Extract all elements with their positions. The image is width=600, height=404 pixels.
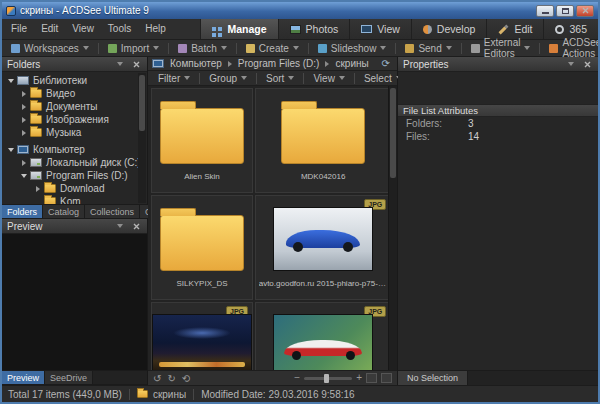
menu-view[interactable]: View bbox=[65, 19, 101, 39]
toolbar-label: Create bbox=[259, 43, 289, 54]
menu-file[interactable]: File bbox=[4, 19, 34, 39]
slideshow-button[interactable]: Slideshow bbox=[313, 41, 392, 56]
tab-develop[interactable]: Develop bbox=[411, 19, 487, 39]
tree-item-computer[interactable]: Компьютер bbox=[2, 143, 147, 156]
zoom-in-button[interactable]: + bbox=[356, 372, 362, 384]
tree-item-kom[interactable]: Kom bbox=[2, 195, 147, 204]
expander-icon[interactable] bbox=[19, 117, 29, 123]
chevron-down-icon bbox=[446, 46, 452, 50]
file-item-red-car[interactable]: JPG bbox=[255, 302, 388, 370]
acdsee-actions-button[interactable]: ACDSee Actions bbox=[544, 41, 600, 56]
panel-close-button[interactable] bbox=[581, 58, 593, 70]
import-button[interactable]: Import bbox=[103, 41, 164, 56]
menu-help[interactable]: Help bbox=[138, 19, 173, 39]
tab-manage[interactable]: Manage bbox=[200, 19, 277, 39]
file-grid-scrollbar[interactable] bbox=[388, 86, 397, 370]
folder-icon bbox=[30, 89, 42, 98]
minimize-button[interactable] bbox=[536, 5, 554, 17]
fullscreen-button[interactable] bbox=[381, 373, 392, 383]
tab-view[interactable]: View bbox=[349, 19, 411, 39]
zoom-out-button[interactable]: − bbox=[294, 372, 300, 384]
tab-folders[interactable]: Folders bbox=[2, 205, 43, 218]
tab-preview[interactable]: Preview bbox=[2, 371, 45, 384]
chevron-down-icon bbox=[153, 46, 159, 50]
rotate-left-button[interactable]: ↺ bbox=[153, 372, 161, 385]
breadcrumb-computer[interactable]: Компьютер bbox=[168, 58, 224, 69]
titlebar: скрины - ACDSee Ultimate 9 bbox=[2, 2, 598, 19]
panel-menu-button[interactable] bbox=[565, 58, 577, 70]
breadcrumb-skriny[interactable]: скрины bbox=[333, 58, 370, 69]
mode-label: View bbox=[377, 23, 400, 35]
close-button[interactable] bbox=[576, 5, 594, 17]
filter-menu[interactable]: Filter bbox=[153, 72, 195, 85]
view-menu[interactable]: View bbox=[308, 72, 350, 85]
maximize-button[interactable] bbox=[556, 5, 574, 17]
view-mode-button[interactable] bbox=[366, 373, 377, 383]
tab-edit[interactable]: Edit bbox=[486, 19, 543, 39]
panel-close-button[interactable] bbox=[130, 58, 142, 70]
property-row-files: Files: 14 bbox=[398, 130, 598, 143]
workspaces-button[interactable]: Workspaces bbox=[6, 41, 94, 56]
panel-menu-button[interactable] bbox=[114, 220, 126, 232]
menu-edit[interactable]: Edit bbox=[34, 19, 65, 39]
zoom-slider-thumb[interactable] bbox=[324, 374, 329, 383]
expander-icon[interactable] bbox=[19, 174, 29, 178]
tree-scrollbar[interactable] bbox=[138, 73, 146, 203]
expander-icon[interactable] bbox=[19, 104, 29, 110]
panel-menu-button[interactable] bbox=[114, 58, 126, 70]
expander-icon[interactable] bbox=[6, 148, 16, 152]
tree-item-libraries[interactable]: Библиотеки bbox=[2, 74, 147, 87]
refresh-button[interactable]: ⟳ bbox=[379, 58, 393, 70]
tree-scrollbar-thumb[interactable] bbox=[139, 75, 145, 131]
send-button[interactable]: Send bbox=[400, 41, 456, 56]
expander-icon[interactable] bbox=[19, 130, 29, 136]
tab-photos[interactable]: Photos bbox=[278, 19, 350, 39]
file-item-mdk042016[interactable]: MDK042016 bbox=[255, 88, 388, 193]
batch-button[interactable]: Batch bbox=[173, 41, 232, 56]
expander-icon[interactable] bbox=[19, 160, 29, 166]
file-grid-scrollbar-thumb[interactable] bbox=[390, 88, 396, 178]
sync-button[interactable]: ⟲ bbox=[182, 372, 190, 385]
thumbnail bbox=[152, 310, 252, 370]
toolbar-separator bbox=[461, 43, 462, 54]
file-item-avto-goodfon[interactable]: JPG avto.goodfon.ru 2015-phiaro-p75-co..… bbox=[255, 195, 388, 300]
filter-label: Filter bbox=[158, 73, 180, 84]
mode-label: Develop bbox=[437, 23, 476, 35]
external-editors-button[interactable]: External Editors bbox=[466, 41, 536, 56]
expander-icon[interactable] bbox=[6, 79, 16, 83]
chevron-down-icon bbox=[184, 76, 190, 80]
tree-item-download[interactable]: Download bbox=[2, 182, 147, 195]
tab-collections[interactable]: Collections bbox=[85, 205, 140, 218]
tree-item-pictures[interactable]: Изображения bbox=[2, 113, 147, 126]
tree-item-program-files-d[interactable]: Program Files (D:) bbox=[2, 169, 147, 182]
expander-icon[interactable] bbox=[33, 186, 43, 192]
tree-item-label: Музыка bbox=[46, 127, 81, 138]
menu-tools[interactable]: Tools bbox=[101, 19, 138, 39]
panel-close-button[interactable] bbox=[130, 220, 142, 232]
tab-catalog[interactable]: Catalog bbox=[43, 205, 85, 218]
zoom-slider[interactable] bbox=[304, 377, 352, 380]
sort-menu[interactable]: Sort bbox=[261, 72, 299, 85]
create-button[interactable]: Create bbox=[241, 41, 304, 56]
tree-item-local-disk-c[interactable]: Локальный диск (C:) bbox=[2, 156, 147, 169]
file-item-alien-skin[interactable]: Alien Skin bbox=[151, 88, 253, 193]
group-menu[interactable]: Group bbox=[204, 72, 252, 85]
tree-item-documents[interactable]: Документы bbox=[2, 100, 147, 113]
tree-item-video[interactable]: Видео bbox=[2, 87, 147, 100]
tab-seedrive[interactable]: SeeDrive bbox=[45, 371, 93, 384]
file-item-silkypix[interactable]: SILKYPIX_DS bbox=[151, 195, 253, 300]
external-editors-icon bbox=[471, 44, 480, 53]
file-item-night-city[interactable]: JPG bbox=[151, 302, 253, 370]
tab-no-selection[interactable]: No Selection bbox=[398, 371, 468, 385]
tree-item-label: Download bbox=[60, 183, 104, 194]
tab-365[interactable]: 365 bbox=[543, 19, 598, 39]
rotate-right-button[interactable]: ↻ bbox=[167, 372, 175, 385]
toolbar-separator bbox=[98, 43, 99, 54]
tree-item-label: Kom bbox=[60, 196, 81, 204]
breadcrumb-program-files-d[interactable]: Program Files (D:) bbox=[236, 58, 322, 69]
expander-icon[interactable] bbox=[19, 91, 29, 97]
toolbar-separator bbox=[395, 43, 396, 54]
property-value: 3 bbox=[468, 118, 474, 129]
tree-item-music[interactable]: Музыка bbox=[2, 126, 147, 139]
tree-item-label: Библиотеки bbox=[33, 75, 87, 86]
